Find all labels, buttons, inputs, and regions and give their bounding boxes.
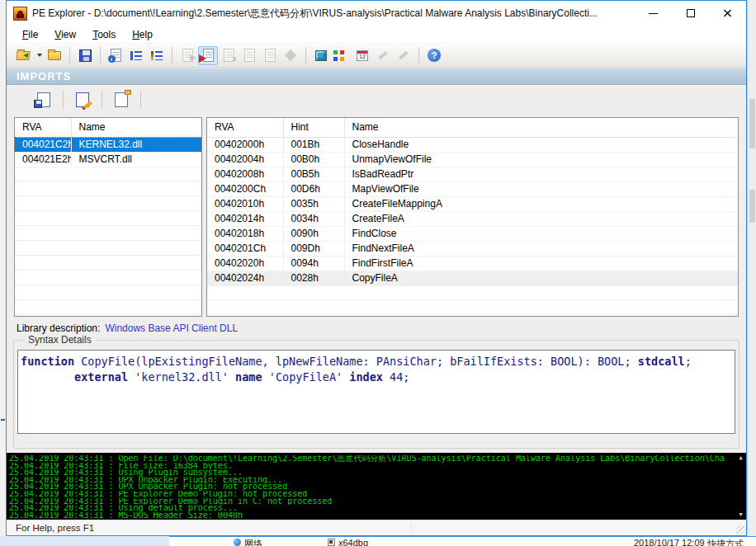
table-cell: 004021E2h	[15, 152, 71, 167]
time-date-stamp-button[interactable]	[352, 46, 372, 65]
dependency-scanner-icon	[333, 50, 338, 54]
resources-view-button[interactable]	[239, 46, 259, 65]
page-title: IMPORTS	[17, 70, 71, 82]
signature-verify-button[interactable]	[394, 46, 413, 65]
open-file-dropdown[interactable]	[34, 46, 44, 65]
table-cell: 00402018h	[207, 226, 283, 241]
log-line: 25.04.2019 20:43:31 : UPX Unpacker PlugI…	[9, 477, 735, 484]
table-cell: 0090h	[283, 226, 344, 241]
syntax-code-view[interactable]: function CopyFile(lpExistingFileName, lp…	[17, 350, 735, 434]
datetime-text: 2018/10/17 12:09	[634, 538, 705, 546]
menu-item-help[interactable]: Help	[125, 26, 160, 43]
table-row[interactable]: 00402020h0094hFindFirstFileA	[207, 256, 738, 271]
table-cell: 00402000h	[207, 137, 283, 152]
export-view-icon	[182, 49, 193, 62]
table-cell: MSVCRT.dll	[71, 152, 201, 167]
section-headers-button[interactable]	[126, 46, 146, 65]
export-view-button[interactable]	[177, 46, 197, 65]
menu-item-tools[interactable]: Tools	[85, 26, 123, 43]
table-cell: FindNextFileA	[344, 241, 738, 256]
table-cell: FindClose	[344, 226, 738, 241]
table-cell: 0028h	[283, 271, 344, 285]
imports-panels: RVAName004021C2hKERNEL32.dll004021E2hMSV…	[7, 114, 746, 318]
maximize-button[interactable]	[672, 1, 709, 26]
exports-view-icon: x	[224, 49, 234, 62]
table-cell: 00B0h	[283, 152, 344, 167]
compare-button[interactable]	[281, 46, 300, 65]
exports-view-button[interactable]: x	[219, 46, 239, 65]
table-cell: IsBadReadPtr	[344, 167, 738, 181]
table-cell: 00402004h	[207, 152, 283, 167]
table-row[interactable]: 00402018h0090hFindClose	[207, 226, 738, 241]
edit-imports-icon	[76, 92, 89, 107]
help-button[interactable]: ?	[424, 46, 444, 65]
table-cell: 00402020h	[207, 256, 283, 271]
table-cell: FindFirstFileA	[344, 256, 738, 271]
explorer-item-x64dbg[interactable]: x64dbg	[328, 538, 368, 546]
new-file-button[interactable]	[45, 46, 64, 65]
column-header[interactable]: Name	[344, 118, 738, 137]
header-info-button[interactable]: i	[106, 46, 125, 65]
column-header[interactable]: Name	[71, 118, 201, 137]
title-bar[interactable]: PE Explorer - D:\document\!Learning\2.Se…	[7, 1, 746, 26]
menu-item-file[interactable]: File	[15, 26, 45, 43]
library-description-row: Library description: Windows Base API Cl…	[7, 318, 746, 338]
table-row[interactable]: 0040201Ch009DhFindNextFileA	[207, 241, 738, 256]
imports-view-button[interactable]	[198, 46, 218, 65]
table-row[interactable]: 00402014h0034hCreateFileA	[207, 211, 738, 226]
signature-button[interactable]	[373, 46, 393, 65]
table-cell: CreateFileMappingA	[344, 196, 738, 211]
resources-view-icon	[244, 49, 255, 62]
window-title: PE Explorer - D:\document\!Learning\2.Se…	[32, 7, 635, 21]
open-file-button[interactable]	[13, 46, 33, 65]
background-explorer-window: 网络 x64dbg 2018/10/17 12:09 快捷方式	[169, 536, 756, 546]
edit-imports-button[interactable]	[70, 88, 95, 111]
table-row[interactable]: 00402004h00B0hUnmapViewOfFile	[207, 152, 738, 167]
dll-list-panel: RVAName004021C2hKERNEL32.dll004021E2hMSV…	[14, 117, 202, 317]
table-row[interactable]: 004021C2hKERNEL32.dll	[15, 137, 201, 152]
table-row[interactable]: 00402024h0028hCopyFileA	[207, 271, 738, 285]
scroll-up-icon[interactable]: ▲	[739, 454, 742, 461]
background-fragment	[749, 99, 755, 148]
toolbar-separator	[63, 91, 64, 109]
log-line: 25.04.2019 20:43:31 : UPX Unpacker PlugI…	[9, 483, 735, 491]
dependency-scanner-button[interactable]	[332, 46, 352, 65]
log-line: 25.04.2019 20:43:31 : Using default proc…	[9, 505, 735, 512]
table-row[interactable]: 00402008h00B5hIsBadReadPtr	[207, 167, 738, 181]
minimize-button[interactable]	[635, 1, 672, 26]
column-header[interactable]: RVA	[15, 118, 71, 137]
table-cell: 00402014h	[207, 211, 283, 226]
x64dbg-file-icon	[328, 539, 335, 546]
imports-view-icon	[203, 49, 214, 62]
log-scrollbar[interactable]: ▲ ▼	[735, 453, 746, 520]
save-file-icon	[79, 49, 92, 62]
table-cell: 0035h	[283, 196, 344, 211]
table-row[interactable]: 004021E2hMSVCRT.dll	[15, 152, 201, 167]
explorer-datetime: 2018/10/17 12:09	[634, 538, 705, 546]
resize-grip[interactable]	[736, 525, 744, 534]
table-row[interactable]: 00402010h0035hCreateFileMappingA	[207, 196, 738, 211]
help-icon: ?	[428, 49, 441, 62]
log-console[interactable]: ▲ ▼ 25.04.2019 20:43:31 : Open File: D:\…	[7, 453, 746, 520]
log-line: 25.04.2019 20:43:31 : File size: 16384 b…	[9, 463, 735, 470]
disassembler-button[interactable]	[311, 46, 331, 65]
save-file-button[interactable]	[75, 46, 95, 65]
column-header[interactable]: Hint	[283, 118, 344, 137]
explorer-item-network[interactable]: 网络	[234, 538, 262, 546]
data-directories-button[interactable]	[147, 46, 167, 65]
maximize-icon	[687, 9, 695, 17]
close-button[interactable]: ×	[709, 1, 746, 26]
table-cell: 0034h	[283, 211, 344, 226]
menu-item-view[interactable]: View	[47, 26, 83, 43]
compare-icon	[285, 49, 296, 61]
table-row[interactable]: 0040200Ch00D6hMapViewOfFile	[207, 181, 738, 196]
refresh-view-button[interactable]	[260, 46, 280, 65]
save-import-list-button[interactable]	[31, 88, 56, 111]
log-line: 25.04.2019 20:43:31 : Using PlugIn subsy…	[9, 469, 735, 477]
table-row[interactable]: 00402000h001BhCloseHandle	[207, 137, 738, 152]
table-cell: 001Bh	[283, 137, 344, 152]
background-fragment	[749, 190, 755, 223]
scroll-down-icon[interactable]: ▼	[739, 511, 742, 518]
column-header[interactable]: RVA	[207, 118, 283, 137]
import-properties-button[interactable]	[109, 88, 134, 111]
